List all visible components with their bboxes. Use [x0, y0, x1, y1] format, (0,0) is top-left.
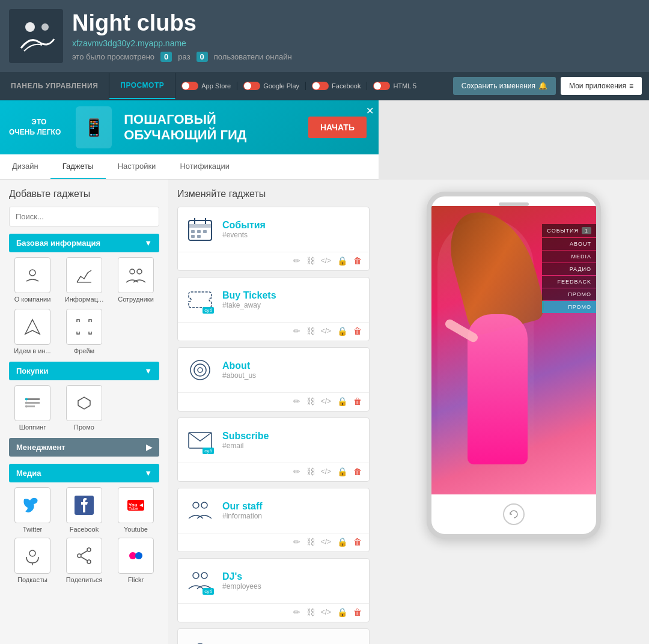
link-icon-about[interactable]: ⛓ [306, 396, 315, 406]
gadget-podcasts-label: Подкасты [17, 576, 47, 583]
chart-icon [66, 257, 102, 293]
code-icon-subscribe[interactable]: </> [321, 467, 331, 476]
gadget-share-label: Поделиться [66, 576, 103, 583]
gadget-youtube[interactable]: YouTube Youtube [112, 487, 159, 533]
edit-icon-about[interactable]: ✏ [293, 396, 300, 406]
html5-toggle[interactable] [373, 82, 390, 90]
toggle-pill-facebook[interactable] [312, 82, 329, 90]
gadget-shopping[interactable]: Шоппинг [9, 385, 56, 431]
face-icon [14, 257, 50, 293]
youtube-icon: YouTube [118, 487, 154, 523]
delete-icon-about[interactable]: 🗑 [353, 396, 362, 406]
category-management[interactable]: Менеджмент ▶ [9, 438, 159, 457]
toggle-pill-googleplay[interactable] [243, 82, 260, 90]
gadget-facebook[interactable]: Facebook [61, 487, 108, 533]
delete-icon-tickets[interactable]: 🗑 [353, 326, 362, 336]
nav-dashboard[interactable]: ПАНЕЛЬ УПРАВЛЕНИЯ [0, 73, 109, 99]
app-url[interactable]: xfzavmv3dg30y2.myapp.name [72, 38, 640, 48]
gadget-staff[interactable]: Сотрудники [112, 257, 159, 303]
edit-icon-ourstaff[interactable]: ✏ [293, 537, 300, 547]
edit-icon-djs[interactable]: ✏ [293, 607, 300, 617]
edit-gadgets-panel: Изменяйте гаджеты События #events ✏ ⛓ </… [168, 180, 379, 644]
events-title: События [222, 220, 362, 231]
facebook-label: Facebook [332, 82, 361, 90]
delete-icon-ourstaff[interactable]: 🗑 [353, 537, 362, 547]
category-basic-info[interactable]: Базовая информация ▼ [9, 234, 159, 252]
svg-point-18 [29, 550, 35, 556]
nav-gadgets-grid: Идем в ин... Фрейм [9, 309, 159, 354]
facebook-toggle[interactable] [312, 82, 329, 90]
lock-icon-tickets[interactable]: 🔒 [337, 326, 347, 336]
googleplay-toggle[interactable] [243, 82, 260, 90]
gadget-info-label: Информац... [65, 296, 103, 303]
link-icon-tickets[interactable]: ⛓ [306, 326, 315, 336]
svg-point-38 [198, 368, 203, 372]
gadget-promo-label: Промо [74, 424, 94, 431]
lock-icon-subscribe[interactable]: 🔒 [337, 467, 347, 476]
group-icon [118, 257, 154, 293]
tab-design[interactable]: Дизайн [0, 154, 50, 179]
gadget-shopping-label: Шоппинг [19, 424, 46, 431]
svg-rect-31 [191, 230, 195, 233]
gadget-info[interactable]: Информац... [61, 257, 108, 303]
svg-point-1 [25, 22, 35, 32]
gadget-frame[interactable]: Фрейм [61, 309, 108, 354]
appstore-toggle[interactable] [181, 82, 198, 90]
app-stats: это было просмотрено 0 раз 0 пользовател… [72, 52, 640, 62]
banner-easy-text: ЭТО ОЧЕНЬ ЛЕГКО [9, 118, 61, 136]
lock-icon-about[interactable]: 🔒 [337, 396, 347, 406]
frame-icon [66, 309, 102, 345]
category-media[interactable]: Медиа ▼ [9, 464, 159, 482]
lock-icon[interactable]: 🔒 [337, 256, 347, 266]
gadget-promo[interactable]: Промо [61, 385, 108, 431]
link-icon-subscribe[interactable]: ⛓ [306, 467, 315, 476]
toggle-pill-appstore[interactable] [181, 82, 198, 90]
admin-icon [185, 636, 215, 644]
tab-notifications[interactable]: Нотификации [168, 154, 242, 179]
views-count: 0 [160, 52, 172, 62]
code-icon[interactable]: </> [321, 257, 331, 265]
lock-icon-ourstaff[interactable]: 🔒 [337, 537, 347, 547]
gadget-facebook-label: Facebook [70, 526, 99, 533]
tab-gadgets[interactable]: Гаджеты [50, 154, 106, 179]
toggle-pill-html5[interactable] [373, 82, 390, 90]
tab-settings[interactable]: Настройки [106, 154, 168, 179]
myapps-button[interactable]: Мои приложения ≡ [561, 77, 642, 95]
gadget-flickr[interactable]: Flickr [112, 538, 159, 583]
edit-icon-subscribe[interactable]: ✏ [293, 467, 300, 476]
menu-eventos-label: СОБЫТИЯ [547, 228, 579, 234]
gadget-card-djs: суб DJ's #employees ✏ ⛓ </> 🔒 🗑 [177, 558, 370, 622]
edit-icon-tickets[interactable]: ✏ [293, 326, 300, 336]
code-icon-tickets[interactable]: </> [321, 327, 331, 335]
purchases-gadgets-grid: Шоппинг Промо [9, 385, 159, 431]
edit-icon[interactable]: ✏ [293, 256, 300, 266]
code-icon-about[interactable]: </> [321, 397, 331, 406]
gadget-navigate[interactable]: Идем в ин... [9, 309, 56, 354]
gadget-twitter[interactable]: Twitter [9, 487, 56, 533]
menu-icon: ≡ [629, 82, 633, 90]
gadgets-left-content: Добавьте гаджеты Базовая информация ▼ О … [0, 180, 168, 598]
category-purchases[interactable]: Покупки ▼ [9, 362, 159, 380]
phone-refresh-button[interactable] [503, 503, 525, 525]
gadget-about-company[interactable]: О компании [9, 257, 56, 303]
banner-left-text: ЭТО ОЧЕНЬ ЛЕГКО [0, 107, 70, 147]
gadgets-search-input[interactable] [9, 207, 159, 226]
chevron-right-management-icon: ▶ [146, 443, 152, 452]
banner-start-button[interactable]: НАЧАТЬ [308, 117, 367, 138]
banner-close-button[interactable]: ✕ [366, 105, 374, 117]
delete-icon[interactable]: 🗑 [353, 256, 362, 266]
link-icon-ourstaff[interactable]: ⛓ [306, 537, 315, 547]
code-icon-ourstaff[interactable]: </> [321, 538, 331, 546]
lock-icon-djs[interactable]: 🔒 [337, 607, 347, 617]
code-icon-djs[interactable]: </> [321, 608, 331, 616]
nav-preview[interactable]: ПРОСМОТР [109, 73, 175, 99]
gadget-share[interactable]: Поделиться [61, 538, 108, 583]
save-button[interactable]: Сохранить изменения 🔔 [453, 77, 556, 95]
target-icon [185, 355, 215, 385]
gadget-about-label: О компании [14, 296, 51, 303]
link-icon[interactable]: ⛓ [306, 256, 315, 266]
delete-icon-djs[interactable]: 🗑 [353, 607, 362, 617]
gadget-podcasts[interactable]: Подкасты [9, 538, 56, 583]
delete-icon-subscribe[interactable]: 🗑 [353, 467, 362, 476]
link-icon-djs[interactable]: ⛓ [306, 607, 315, 617]
